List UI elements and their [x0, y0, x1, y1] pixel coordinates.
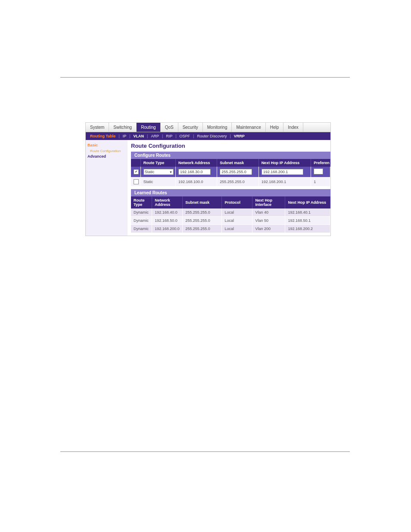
table-row: Dynamic 192.168.50.0 255.255.255.0 Local… [131, 217, 330, 225]
subtab-arp[interactable]: ARP [148, 133, 162, 139]
cell-proto: Local [222, 208, 252, 217]
sidebar-item-advanced[interactable]: Advanced [87, 154, 126, 160]
col-subnet-mask: Subnet mask [217, 159, 258, 167]
cell-mask: 255.255.255.0 [217, 177, 258, 187]
learned-routes-header: Learned Routes [131, 189, 330, 196]
divider-top [60, 77, 350, 78]
next-hop-input[interactable]: 192.168.200.1 [262, 169, 304, 175]
main-tabs: System Switching Routing QoS Security Mo… [86, 123, 330, 132]
subtab-vlan[interactable]: VLAN [131, 133, 147, 139]
main-panel: Route Configuration Configure Routes Rou… [128, 140, 330, 236]
col-subnet-mask: Subnet mask [183, 196, 222, 208]
table-row: Static 192.168.100.0 255.255.255.0 192.1… [131, 177, 330, 187]
learned-routes-panel: Learned Routes Route Type Network Addres… [131, 189, 330, 233]
cell-net: 192.168.50.0 [152, 217, 183, 225]
cell-iface: Vlan 50 [252, 217, 285, 225]
network-address-input[interactable]: 192.168.30.0 [178, 169, 211, 175]
cell-mask: 255.255.255.0 [183, 225, 222, 233]
subtab-ospf[interactable]: OSPF [177, 133, 193, 139]
table-row: Dynamic 192.168.200.0 255.255.255.0 Loca… [131, 225, 330, 233]
preference-input[interactable] [314, 168, 323, 174]
divider-bottom [60, 451, 350, 452]
cell-net: 192.168.200.0 [152, 225, 183, 233]
sidebar-item-route-config[interactable]: Route Configuration [87, 149, 126, 154]
edit-row-checkbox[interactable] [134, 169, 139, 174]
tab-system[interactable]: System [86, 123, 109, 132]
col-protocol: Protocol [222, 196, 252, 208]
cell-nh: 192.168.50.1 [285, 217, 330, 225]
tab-maintenance[interactable]: Maintenance [232, 123, 265, 132]
subtab-routing-table[interactable]: Routing Table [87, 133, 118, 139]
cell-iface: Vlan 40 [252, 208, 285, 217]
page-title: Route Configuration [128, 142, 330, 152]
sub-tabs: Routing Table | IP | VLAN | ARP | RIP | … [86, 132, 330, 140]
tab-index[interactable]: Index [283, 123, 303, 132]
row-checkbox[interactable] [134, 179, 139, 184]
cell-type: Dynamic [131, 225, 152, 233]
edit-row: Static ▼ 192.168.30.0 255.255.255.0 192.… [131, 167, 330, 177]
tab-qos[interactable]: QoS [161, 123, 178, 132]
cell-proto: Local [222, 225, 252, 233]
cell-proto: Local [222, 217, 252, 225]
table-row: Dynamic 192.168.40.0 255.255.255.0 Local… [131, 208, 330, 217]
cell-mask: 255.255.255.0 [183, 217, 222, 225]
cell-type: Dynamic [131, 208, 152, 217]
tab-routing[interactable]: Routing [137, 123, 160, 132]
subtab-router-discovery[interactable]: Router Discovery [194, 133, 229, 139]
route-type-select[interactable]: Static ▼ [143, 169, 174, 175]
sidebar: Basic Route Configuration Advanced [86, 140, 128, 236]
cell-mask: 255.255.255.0 [183, 208, 222, 217]
subtab-vrrp[interactable]: VRRP [231, 133, 247, 139]
cell-pref: 1 [311, 177, 330, 187]
cell-type: Dynamic [131, 217, 152, 225]
tab-monitoring[interactable]: Monitoring [203, 123, 232, 132]
tab-security[interactable]: Security [178, 123, 203, 132]
cell-net: 192.168.40.0 [152, 208, 183, 217]
body: Basic Route Configuration Advanced Route… [86, 140, 330, 236]
col-route-type: Route Type [140, 159, 175, 167]
cell-iface: Vlan 200 [252, 225, 285, 233]
cell-nh: 192.168.200.2 [285, 225, 330, 233]
cell-network: 192.168.100.0 [175, 177, 217, 187]
tab-help[interactable]: Help [266, 123, 284, 132]
subnet-mask-input[interactable]: 255.255.255.0 [220, 169, 252, 175]
col-next-hop: Next Hop IP Address [258, 159, 311, 167]
subtab-rip[interactable]: RIP [163, 133, 175, 139]
cell-next-hop: 192.168.200.1 [258, 177, 311, 187]
col-next-hop-iface: Next Hop Interface [252, 196, 285, 208]
col-network-address: Network Address [175, 159, 217, 167]
cell-nh: 192.168.40.1 [285, 208, 330, 217]
route-type-value: Static [145, 170, 155, 174]
configure-routes-header: Configure Routes [131, 152, 330, 159]
tab-switching[interactable]: Switching [109, 123, 137, 132]
router-admin-window: System Switching Routing QoS Security Mo… [85, 122, 331, 236]
col-next-hop-ip: Next Hop IP Address [285, 196, 330, 208]
col-select [131, 159, 140, 167]
col-network-address: Network Address [152, 196, 183, 208]
chevron-down-icon: ▼ [169, 171, 172, 174]
cell-route-type: Static [140, 177, 175, 187]
configure-routes-panel: Configure Routes Route Type Network Addr… [131, 152, 330, 187]
learned-routes-table: Route Type Network Address Subnet mask P… [131, 196, 330, 233]
col-route-type: Route Type [131, 196, 152, 208]
configure-routes-table: Route Type Network Address Subnet mask N… [131, 159, 330, 187]
sidebar-item-basic[interactable]: Basic [87, 143, 126, 149]
col-preference: Preferen [311, 159, 330, 167]
subtab-ip[interactable]: IP [120, 133, 129, 139]
